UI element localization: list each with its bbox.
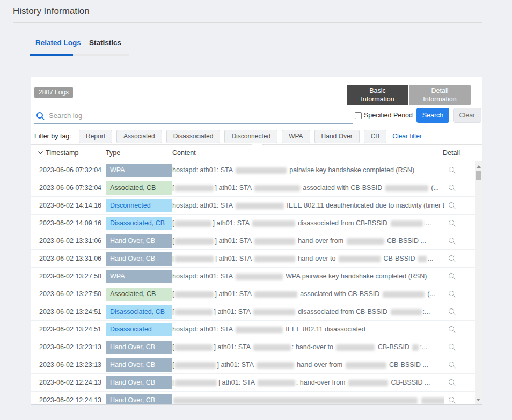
row-timestamp: 2023-06-02 14:14:16 (39, 197, 101, 215)
row-detail-magnifier-icon[interactable] (449, 167, 454, 172)
redacted-text (383, 291, 425, 298)
redacted-text (173, 397, 418, 404)
clear-filter-link[interactable]: Clear filter (392, 132, 422, 140)
filter-tag-cb[interactable]: CB (364, 130, 387, 143)
column-header-content[interactable]: Content (172, 145, 196, 161)
redacted-text (418, 256, 427, 262)
table-row: 2023-06-02 13:27:50Associated, CB[] ath0… (31, 285, 475, 303)
row-content: hostapd: ath01: STA pairwise key handsha… (172, 161, 444, 179)
row-timestamp: 2023-06-02 13:24:51 (39, 303, 101, 321)
table-row: 2023-06-02 14:09:16Disassociated, CB[] a… (31, 215, 475, 232)
detail-information-button[interactable]: Detail Information (409, 85, 471, 105)
redacted-text (257, 362, 294, 369)
row-detail-magnifier-icon[interactable] (449, 273, 454, 278)
redacted-text (175, 309, 213, 315)
redacted-text (236, 203, 284, 209)
column-header-detail: Detail (443, 145, 460, 161)
row-timestamp: 2023-06-06 07:32:04 (39, 161, 101, 179)
search-icon (36, 112, 43, 119)
table-row: 2023-06-02 13:31:06Hand Over, CB[] ath01… (31, 250, 475, 268)
row-timestamp: 2023-06-02 12:24:13 (39, 392, 101, 404)
redacted-text (175, 291, 214, 298)
row-timestamp: 2023-06-02 14:09:16 (39, 215, 101, 232)
table-row: 2023-06-02 14:14:16Disconnectedhostapd: … (31, 197, 475, 215)
clear-button[interactable]: Clear (453, 108, 481, 123)
row-content: hostapd: ath01: STA WPA pairwise key han… (172, 268, 444, 285)
log-rows-container: 2023-06-06 07:32:04WPAhostapd: ath01: ST… (31, 161, 475, 404)
row-detail-magnifier-icon[interactable] (449, 379, 454, 385)
row-detail-magnifier-icon[interactable] (449, 326, 454, 331)
related-logs-panel: 2807 Logs Basic Information Detail Infor… (31, 77, 482, 405)
table-scrollbar[interactable] (475, 161, 482, 404)
search-row: Specified Period Search Clear (34, 107, 476, 127)
redacted-text (347, 238, 384, 245)
search-button[interactable]: Search (416, 108, 449, 123)
row-timestamp: 2023-06-02 13:27:50 (39, 268, 101, 285)
row-type-badge: Disassociated (106, 323, 172, 336)
table-row: 2023-06-02 12:24:13Hand Over, CB[] ath01… (31, 374, 475, 392)
row-content: [] ath01: STA : hand-over from CB-BSSID … (172, 374, 444, 392)
filter-by-tag-label: Filter by tag: (34, 132, 79, 140)
row-detail-magnifier-icon[interactable] (449, 397, 454, 402)
table-row: 2023-06-02 13:23:13Hand Over, CB[] ath01… (31, 338, 475, 356)
column-header-timestamp[interactable]: Timestamp (38, 145, 78, 161)
redacted-text (252, 220, 295, 227)
redacted-text (236, 274, 283, 280)
row-detail-magnifier-icon[interactable] (449, 202, 454, 208)
row-type-badge: Hand Over, CB (106, 341, 172, 354)
row-timestamp: 2023-06-02 13:24:51 (39, 321, 101, 338)
basic-information-label: Basic Information (357, 86, 399, 104)
filter-tag-hand-over[interactable]: Hand Over (314, 130, 360, 143)
row-type-badge: Hand Over, CB (106, 376, 172, 389)
redacted-text (175, 256, 214, 262)
page-title: History Information (13, 6, 90, 17)
tab-related-logs[interactable]: Related Logs (35, 39, 81, 47)
scrollbar-thumb[interactable] (476, 171, 481, 180)
row-type-badge: Associated, CB (106, 181, 172, 195)
row-detail-magnifier-icon[interactable] (449, 308, 454, 314)
row-timestamp: 2023-06-02 13:23:13 (39, 356, 101, 374)
basic-information-button[interactable]: Basic Information (347, 85, 408, 105)
row-detail-magnifier-icon[interactable] (449, 255, 454, 261)
specified-period-checkbox[interactable] (355, 112, 362, 119)
redacted-text (175, 238, 214, 245)
table-row: 2023-06-02 13:27:50WPAhostapd: ath01: ST… (31, 268, 475, 285)
row-type-badge: Hand Over, CB (106, 252, 172, 266)
row-content: [] ath01: STA hand-over from CB-BSSID ..… (172, 356, 444, 374)
table-header-row: Timestamp Type Content Detail (31, 145, 475, 161)
table-row: 2023-06-02 12:24:13Hand Over, CB (31, 392, 475, 404)
row-type-badge: Disassociated, CB (106, 305, 172, 319)
column-header-type[interactable]: Type (106, 145, 120, 161)
redacted-text (391, 309, 422, 315)
row-content (172, 392, 444, 404)
row-detail-magnifier-icon[interactable] (449, 238, 454, 243)
information-view-toggle: Basic Information Detail Information (347, 85, 471, 105)
redacted-text (412, 344, 419, 351)
row-content: hostapd: ath01: STA IEEE 802.11 deauthen… (172, 197, 444, 215)
row-content: [] ath01: STA hand-over from CB-BSSID ..… (172, 232, 444, 250)
filter-row: Filter by tag: ReportAssociatedDisassoci… (34, 129, 476, 144)
filter-tag-disconnected[interactable]: Disconnected (224, 130, 277, 143)
redacted-text (258, 380, 295, 386)
redacted-text (254, 238, 295, 245)
filter-tag-disassociated[interactable]: Disassociated (166, 130, 221, 143)
row-content: hostapd: ath01: STA IEEE 802.11 disassoc… (172, 321, 444, 338)
row-detail-magnifier-icon[interactable] (449, 344, 454, 349)
specified-period-option[interactable]: Specified Period (355, 112, 413, 119)
scroll-up-arrow-icon[interactable] (477, 165, 481, 168)
row-detail-magnifier-icon[interactable] (449, 220, 454, 225)
search-box (34, 107, 353, 124)
filter-tag-associated[interactable]: Associated (116, 130, 162, 143)
row-detail-magnifier-icon[interactable] (449, 185, 454, 190)
scroll-down-arrow-icon[interactable] (476, 399, 480, 401)
row-type-badge: Disconnected (106, 199, 172, 212)
filter-tag-wpa[interactable]: WPA (282, 130, 310, 143)
row-timestamp: 2023-06-02 13:31:06 (39, 232, 101, 250)
tab-statistics[interactable]: Statistics (89, 39, 121, 47)
row-detail-magnifier-icon[interactable] (449, 291, 454, 296)
search-log-input[interactable] (49, 112, 353, 120)
row-type-badge: Hand Over, CB (106, 394, 172, 404)
row-detail-magnifier-icon[interactable] (449, 362, 454, 367)
filter-tag-report[interactable]: Report (79, 130, 112, 143)
table-row: 2023-06-06 07:32:04Associated, CB[] ath0… (31, 179, 475, 197)
